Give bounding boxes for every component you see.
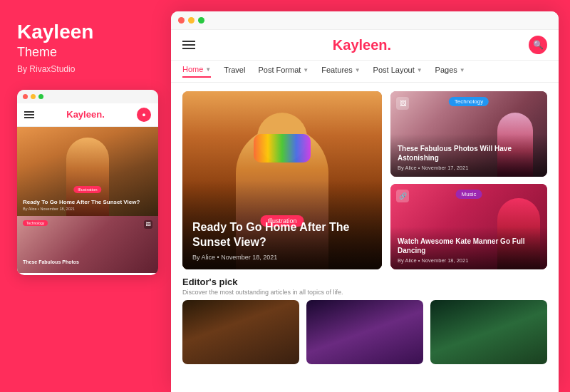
mini-hamburger-icon[interactable] bbox=[24, 111, 34, 118]
browser-dot-yellow bbox=[188, 17, 195, 24]
editors-pick-header: Editor's pick Discover the most outstand… bbox=[182, 277, 547, 296]
search-button[interactable]: 🔍 bbox=[529, 36, 547, 54]
hero-article-title: Ready To Go Home After The Sunset View? bbox=[192, 220, 372, 250]
site-logo: Kayleen. bbox=[333, 37, 391, 53]
mini-logo: Kayleen. bbox=[66, 109, 105, 120]
mini-dot-green bbox=[38, 94, 43, 99]
editors-pick-grid bbox=[182, 300, 547, 364]
hero-article[interactable]: Illustration Ready To Go Home After The … bbox=[182, 91, 382, 269]
editors-pick-title: Editor's pick bbox=[182, 277, 547, 287]
editors-pick-section: Editor's pick Discover the most outstand… bbox=[182, 277, 547, 364]
mini-hero-image: Illustration Ready To Go Home After The … bbox=[17, 127, 158, 216]
browser-dot-red bbox=[178, 17, 185, 24]
link-icon: 🔗 bbox=[396, 190, 409, 202]
mini-card2-badge: Technology bbox=[23, 220, 48, 226]
card2-badge: Music bbox=[456, 190, 482, 199]
site-header: Kayleen. 🔍 bbox=[171, 30, 559, 61]
card2-title: Watch Awesome Kate Manner Go Full Dancin… bbox=[398, 237, 540, 255]
nav-item-home[interactable]: Home▼ bbox=[182, 65, 211, 78]
mini-photo-icon: 🖼 bbox=[144, 220, 152, 229]
pick-card-1[interactable] bbox=[182, 300, 299, 364]
main-browser: Kayleen. 🔍 Home▼ Travel Post Format▼ Fea… bbox=[171, 11, 559, 392]
photo-icon: 🖼 bbox=[396, 97, 409, 110]
left-panel: Kayleen Theme By RivaxStudio Kayleen. ● bbox=[0, 0, 171, 392]
mini-search-button[interactable]: ● bbox=[137, 108, 151, 122]
card1-badge: Technology bbox=[449, 97, 489, 106]
nav-item-features[interactable]: Features▼ bbox=[321, 66, 360, 77]
main-content-area: Illustration Ready To Go Home After The … bbox=[171, 83, 559, 392]
card1-title: These Fabulous Photos Will Have Astonish… bbox=[398, 144, 540, 163]
site-navigation: Home▼ Travel Post Format▼ Features▼ Post… bbox=[171, 61, 559, 83]
card1-meta: By Alice • November 17, 2021 bbox=[398, 165, 540, 171]
side-card-technology[interactable]: 🖼 Technology These Fabulous Photos Will … bbox=[390, 91, 547, 177]
mini-dot-yellow bbox=[31, 94, 36, 99]
pick-card-2[interactable] bbox=[306, 300, 423, 364]
mini-card2-title: These Fabulous Photos bbox=[23, 259, 152, 265]
card2-info: Watch Awesome Kate Manner Go Full Dancin… bbox=[398, 237, 540, 264]
mini-hero-title: Ready To Go Home After The Sunset View? … bbox=[23, 199, 152, 212]
editors-pick-subtitle: Discover the most outstanding articles i… bbox=[182, 289, 547, 296]
mini-browser-mockup: Kayleen. ● Illustration Ready To Go Home… bbox=[17, 90, 158, 275]
mini-browser-bar bbox=[17, 90, 158, 103]
hero-grid: Illustration Ready To Go Home After The … bbox=[182, 91, 547, 269]
brand-subtitle: Theme bbox=[17, 45, 93, 60]
browser-chrome-bar bbox=[171, 11, 559, 30]
mini-dot-red bbox=[23, 94, 28, 99]
brand-section: Kayleen Theme By RivaxStudio bbox=[17, 21, 93, 74]
browser-dot-green bbox=[198, 17, 204, 24]
side-card-music[interactable]: 🔗 Music Watch Awesome Kate Manner Go Ful… bbox=[390, 184, 547, 269]
nav-item-post-format[interactable]: Post Format▼ bbox=[258, 66, 309, 77]
card1-info: These Fabulous Photos Will Have Astonish… bbox=[398, 144, 540, 171]
nav-item-post-layout[interactable]: Post Layout▼ bbox=[373, 66, 423, 77]
hamburger-menu-button[interactable] bbox=[182, 41, 195, 49]
pick-card-3[interactable] bbox=[430, 300, 547, 364]
hero-article-info: Ready To Go Home After The Sunset View? … bbox=[192, 220, 372, 261]
mini-hero-badge: Illustration bbox=[73, 186, 101, 193]
right-column-cards: 🖼 Technology These Fabulous Photos Will … bbox=[390, 91, 547, 269]
nav-item-travel[interactable]: Travel bbox=[224, 66, 245, 77]
hero-article-meta: By Alice • November 18, 2021 bbox=[192, 254, 372, 261]
mini-card2: 🖼 Technology These Fabulous Photos bbox=[17, 216, 158, 273]
brand-title: Kayleen bbox=[17, 21, 93, 43]
nav-item-pages[interactable]: Pages▼ bbox=[435, 66, 465, 77]
mini-hero-meta: By Alice • November 18, 2021 bbox=[23, 207, 152, 212]
card2-meta: By Alice • November 18, 2021 bbox=[398, 257, 540, 264]
mini-nav: Kayleen. ● bbox=[17, 103, 158, 127]
brand-by: By RivaxStudio bbox=[17, 64, 93, 74]
